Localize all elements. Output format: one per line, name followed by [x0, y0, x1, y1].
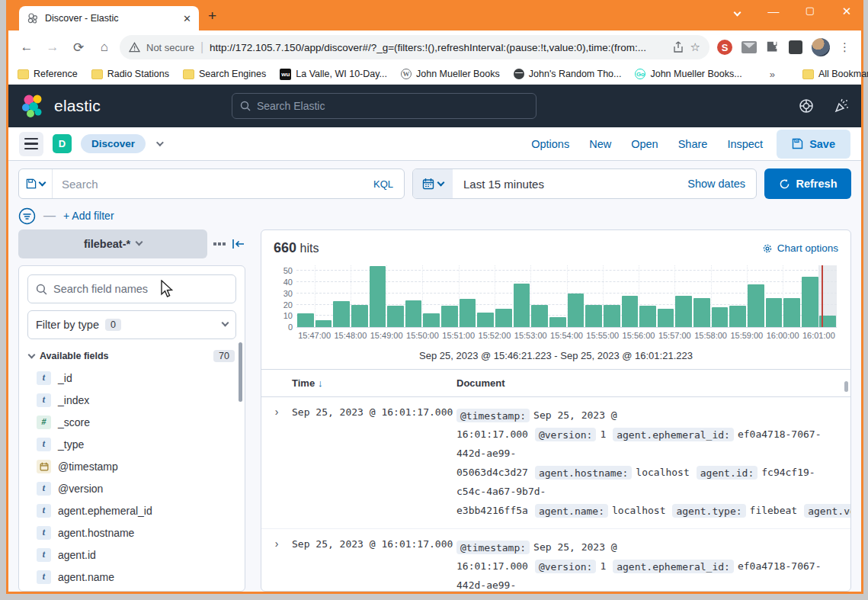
breadcrumb-chevron-icon[interactable]: [156, 139, 164, 146]
toolbar-link-open[interactable]: Open: [631, 138, 658, 150]
share-icon[interactable]: [672, 41, 684, 53]
close-icon[interactable]: ✕: [840, 5, 854, 18]
histogram-bar[interactable]: [712, 307, 729, 328]
document-column-header[interactable]: Document: [456, 377, 505, 389]
table-scrollbar[interactable]: [844, 381, 848, 392]
bookmark-item[interactable]: WJohn Mueller Books: [401, 69, 500, 80]
url-text[interactable]: http://172.105.7.150/app/discover#/?_g=(…: [210, 42, 666, 53]
field-item[interactable]: @timestamp: [27, 455, 236, 477]
histogram-bar[interactable]: [568, 294, 585, 327]
histogram-bar[interactable]: [495, 309, 512, 327]
chart-options-button[interactable]: Chart options: [762, 242, 838, 254]
histogram-bar[interactable]: [675, 296, 692, 327]
new-tab-button[interactable]: +: [208, 9, 216, 22]
field-item[interactable]: tagent.name: [27, 566, 236, 588]
histogram-bar[interactable]: [549, 317, 566, 327]
histogram-bar[interactable]: [531, 305, 548, 327]
bookmark-star-icon[interactable]: ☆: [690, 40, 700, 54]
profile-avatar[interactable]: [812, 38, 830, 56]
histogram-bar[interactable]: [783, 298, 800, 327]
toolbar-link-options[interactable]: Options: [531, 138, 569, 150]
global-search-input[interactable]: Search Elastic: [232, 93, 536, 119]
minimize-icon[interactable]: —: [767, 5, 780, 18]
maximize-icon[interactable]: ▢: [803, 5, 817, 18]
whats-new-icon[interactable]: [834, 98, 849, 114]
chrome-menu-icon[interactable]: ⋮: [839, 40, 850, 54]
space-avatar[interactable]: D: [53, 134, 72, 153]
query-language-button[interactable]: KQL: [363, 178, 404, 190]
bookmark-item[interactable]: John's Random Tho...: [514, 69, 622, 80]
index-pattern-select[interactable]: filebeat-*: [18, 229, 207, 258]
sidebar-scrollbar[interactable]: [239, 342, 242, 402]
table-row[interactable]: ›Sep 25, 2023 @ 16:01:17.000@timestamp:S…: [261, 397, 850, 529]
show-dates-button[interactable]: Show dates: [677, 178, 756, 190]
help-icon[interactable]: [799, 98, 814, 114]
histogram-bar[interactable]: [658, 309, 674, 327]
histogram-bar[interactable]: [748, 284, 764, 327]
field-item[interactable]: #_score: [27, 411, 236, 433]
filter-set-icon[interactable]: [18, 207, 36, 225]
bookmarks-overflow-icon[interactable]: »: [770, 69, 775, 80]
reload-icon[interactable]: ⟳: [68, 40, 89, 56]
histogram-bar[interactable]: [297, 313, 314, 327]
side-panel-icon[interactable]: [789, 40, 802, 54]
menu-hamburger-icon[interactable]: [19, 132, 43, 156]
field-search-input[interactable]: Search field names: [27, 274, 236, 303]
toolbar-link-inspect[interactable]: Inspect: [727, 138, 763, 150]
time-column-header[interactable]: Time: [292, 377, 315, 389]
bookmark-item[interactable]: Search Engines: [183, 69, 266, 80]
field-item[interactable]: tagent.id: [27, 544, 236, 566]
bookmark-item[interactable]: Radio Stations: [91, 69, 169, 80]
histogram-bar[interactable]: [766, 298, 783, 327]
all-bookmarks-button[interactable]: All Bookmarks: [802, 69, 868, 79]
histogram-bar[interactable]: [351, 305, 368, 327]
histogram-bar[interactable]: [441, 306, 458, 327]
breadcrumb[interactable]: Discover: [81, 134, 146, 153]
forward-icon[interactable]: →: [42, 40, 63, 55]
table-row[interactable]: ›Sep 25, 2023 @ 16:01:17.000@timestamp:S…: [261, 529, 850, 591]
histogram-bar[interactable]: [370, 266, 386, 327]
histogram-bar[interactable]: [387, 306, 404, 327]
histogram-bar[interactable]: [514, 284, 530, 327]
histogram-bar[interactable]: [333, 301, 350, 327]
histogram-bar[interactable]: [460, 299, 476, 327]
histogram-bar[interactable]: [622, 296, 639, 327]
back-icon[interactable]: ←: [16, 40, 37, 55]
bookmark-item[interactable]: Reference: [18, 69, 78, 80]
sort-descending-icon[interactable]: ↓: [318, 377, 323, 389]
query-input[interactable]: Search: [53, 169, 363, 198]
toolbar-link-new[interactable]: New: [589, 138, 611, 150]
histogram-bar[interactable]: [585, 305, 602, 327]
histogram-bar[interactable]: [693, 298, 710, 327]
field-item[interactable]: t@version: [27, 477, 236, 499]
window-menu-icon[interactable]: [730, 5, 744, 18]
filter-by-type-select[interactable]: Filter by type 0: [27, 310, 236, 339]
field-item[interactable]: t_id: [27, 367, 236, 389]
extension-s-icon[interactable]: S: [717, 40, 732, 55]
collapse-sidebar-icon[interactable]: [232, 238, 245, 250]
histogram-bar[interactable]: [639, 306, 656, 327]
security-label[interactable]: Not secure: [146, 42, 194, 53]
expand-row-icon[interactable]: ›: [261, 406, 292, 520]
histogram-bar[interactable]: [315, 320, 332, 327]
save-button[interactable]: Save: [777, 130, 850, 159]
available-fields-header[interactable]: Available fields 70: [29, 350, 235, 362]
histogram-bar[interactable]: [405, 300, 422, 327]
field-item[interactable]: t_index: [27, 389, 236, 411]
home-icon[interactable]: ⌂: [94, 40, 115, 55]
histogram-bar[interactable]: [477, 313, 494, 327]
field-options-icon[interactable]: [213, 242, 226, 245]
chart-plot-area[interactable]: 01020304050: [296, 265, 837, 328]
field-item[interactable]: tagent.hostname: [27, 521, 236, 544]
extension-mail-icon[interactable]: [741, 41, 757, 53]
toolbar-link-share[interactable]: Share: [678, 138, 708, 150]
histogram-bar[interactable]: [604, 305, 620, 327]
time-range-value[interactable]: Last 15 minutes: [453, 169, 677, 198]
refresh-button[interactable]: Refresh: [764, 168, 851, 199]
bookmark-item[interactable]: wuLa Valle, WI 10-Day...: [280, 69, 387, 80]
extensions-puzzle-icon[interactable]: [766, 40, 780, 54]
add-filter-button[interactable]: + Add filter: [63, 210, 114, 222]
address-bar[interactable]: Not secure | http://172.105.7.150/app/di…: [120, 35, 709, 59]
field-item[interactable]: t_type: [27, 433, 236, 455]
tab-close-icon[interactable]: ✕: [183, 13, 191, 24]
